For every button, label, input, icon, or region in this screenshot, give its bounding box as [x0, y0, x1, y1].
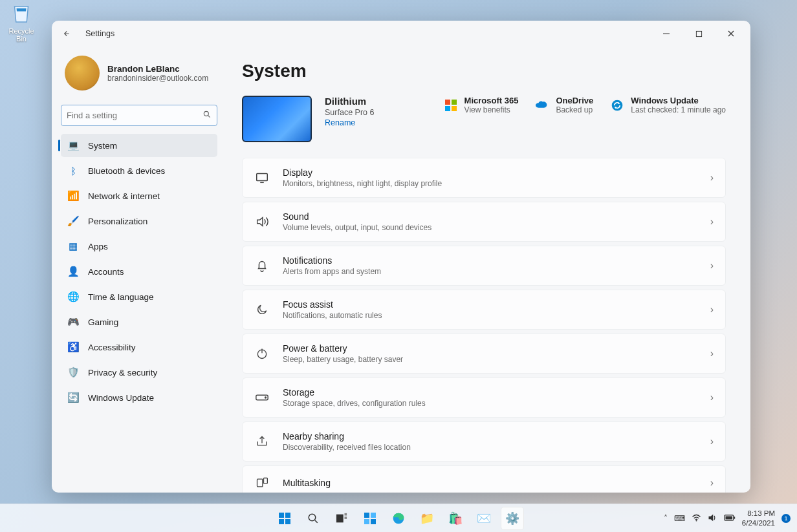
svg-point-13 — [309, 514, 316, 521]
sidebar-item-gaming[interactable]: 🎮Gaming — [61, 310, 217, 334]
update-icon: 🔄 — [67, 392, 79, 403]
sidebar-item-label: Network & internet — [88, 191, 160, 201]
status-sub: Backed up — [556, 105, 593, 114]
onedrive-icon — [535, 98, 549, 112]
maximize-button[interactable] — [684, 24, 713, 43]
chevron-right-icon: › — [710, 216, 714, 228]
apps-icon: ▦ — [67, 240, 79, 252]
tile-title: Power & battery — [283, 343, 697, 354]
widgets-icon — [364, 512, 377, 525]
desktop-recycle-bin[interactable]: Recycle Bin — [5, 3, 38, 43]
svg-rect-18 — [371, 513, 376, 518]
battery-icon[interactable] — [724, 514, 736, 523]
status-onedrive[interactable]: OneDriveBacked up — [535, 96, 593, 114]
tile-sub: Discoverability, received files location — [283, 443, 697, 452]
svg-point-6 — [265, 397, 267, 398]
search-button[interactable] — [301, 507, 325, 530]
device-thumbnail[interactable] — [242, 96, 312, 142]
storage-icon — [254, 390, 270, 405]
svg-rect-16 — [345, 516, 347, 519]
svg-rect-24 — [725, 516, 732, 519]
status-title: Microsoft 365 — [464, 96, 519, 105]
status-title: Windows Update — [631, 96, 726, 105]
tile-title: Nearby sharing — [283, 431, 697, 442]
chevron-right-icon: › — [710, 392, 714, 403]
chevron-right-icon: › — [710, 436, 714, 447]
bluetooth-icon: ᛒ — [67, 165, 79, 176]
edge-button[interactable] — [387, 507, 410, 530]
search-box[interactable] — [61, 105, 217, 126]
bell-icon — [254, 258, 270, 273]
sidebar-item-update[interactable]: 🔄Windows Update — [61, 386, 217, 409]
status-m365[interactable]: Microsoft 365View benefits — [444, 96, 519, 114]
sidebar-item-system[interactable]: 💻System — [61, 134, 217, 157]
tile-display[interactable]: DisplayMonitors, brightness, night light… — [242, 158, 726, 198]
sidebar-item-accessibility[interactable]: ♿Accessibility — [61, 335, 217, 359]
svg-rect-3 — [257, 174, 268, 181]
sidebar-item-privacy[interactable]: 🛡️Privacy & security — [61, 361, 217, 384]
tile-focus-assist[interactable]: Focus assistNotifications, automatic rul… — [242, 290, 726, 330]
tray-chevron-icon[interactable]: ˄ — [664, 514, 668, 523]
svg-rect-7 — [257, 479, 263, 487]
titlebar: Settings — [52, 21, 750, 47]
store-icon: 🛍️ — [448, 511, 463, 526]
svg-rect-14 — [336, 514, 344, 522]
profile-block[interactable]: Brandon LeBlanc brandoninsider@outlook.c… — [61, 52, 217, 102]
keyboard-icon[interactable]: ⌨ — [674, 514, 685, 523]
sidebar-item-label: Privacy & security — [88, 368, 157, 378]
tile-storage[interactable]: StorageStorage space, drives, configurat… — [242, 378, 726, 418]
task-view-button[interactable] — [330, 507, 353, 530]
main-content: System Dilithium Surface Pro 6 Rename Mi… — [226, 47, 750, 493]
tile-notifications[interactable]: NotificationsAlerts from apps and system… — [242, 246, 726, 286]
sidebar-item-label: Gaming — [88, 317, 118, 327]
sidebar-item-apps[interactable]: ▦Apps — [61, 235, 217, 258]
tile-sub: Notifications, automatic rules — [283, 311, 697, 320]
minimize-button[interactable] — [652, 24, 681, 43]
device-model: Surface Pro 6 — [325, 108, 374, 117]
close-icon — [727, 30, 735, 37]
widgets-button[interactable] — [358, 507, 382, 530]
sidebar-item-bluetooth[interactable]: ᛒBluetooth & devices — [61, 159, 217, 182]
display-icon — [254, 170, 270, 186]
svg-rect-0 — [696, 31, 701, 36]
network-icon: 📶 — [67, 190, 79, 202]
sidebar-item-label: Windows Update — [88, 393, 154, 403]
store-button[interactable]: 🛍️ — [444, 507, 467, 530]
sidebar-item-label: Accessibility — [88, 343, 136, 352]
gear-icon: ⚙️ — [505, 511, 519, 526]
tile-sound[interactable]: SoundVolume levels, output, input, sound… — [242, 202, 726, 242]
back-button[interactable] — [57, 25, 75, 43]
tile-nearby-sharing[interactable]: Nearby sharingDiscoverability, received … — [242, 421, 726, 462]
scroll-area[interactable]: Dilithium Surface Pro 6 Rename Microsoft… — [242, 96, 731, 493]
mail-button[interactable]: ✉️ — [472, 507, 496, 530]
svg-rect-17 — [364, 513, 369, 518]
sidebar-item-time[interactable]: 🌐Time & language — [61, 285, 217, 308]
profile-email: brandoninsider@outlook.com — [107, 74, 208, 83]
explorer-button[interactable]: 📁 — [415, 507, 439, 530]
volume-icon[interactable] — [708, 513, 717, 524]
wifi-icon[interactable] — [692, 514, 701, 523]
clock[interactable]: 8:13 PM 6/24/2021 — [742, 509, 775, 527]
windows-logo-icon — [278, 512, 291, 525]
search-input[interactable] — [67, 111, 202, 120]
sidebar-item-accounts[interactable]: 👤Accounts — [61, 260, 217, 283]
sidebar-item-network[interactable]: 📶Network & internet — [61, 184, 217, 207]
chevron-right-icon: › — [710, 260, 714, 271]
tile-sub: Storage space, drives, configuration rul… — [283, 399, 697, 408]
privacy-icon: 🛡️ — [67, 367, 79, 378]
settings-button[interactable]: ⚙️ — [501, 507, 524, 530]
sidebar-item-label: System — [88, 141, 117, 151]
tile-power[interactable]: Power & batterySleep, battery usage, bat… — [242, 334, 726, 374]
start-button[interactable] — [273, 507, 296, 530]
svg-point-22 — [695, 520, 697, 521]
tile-title: Notifications — [283, 255, 697, 266]
recycle-bin-icon — [10, 3, 33, 26]
sidebar-item-label: Personalization — [88, 217, 147, 226]
notification-badge[interactable]: 1 — [781, 514, 791, 523]
rename-link[interactable]: Rename — [325, 118, 374, 127]
sidebar-item-personalization[interactable]: 🖌️Personalization — [61, 209, 217, 233]
device-header: Dilithium Surface Pro 6 Rename Microsoft… — [242, 96, 726, 142]
tile-multitasking[interactable]: Multitasking › — [242, 465, 726, 493]
status-windows-update[interactable]: Windows UpdateLast checked: 1 minute ago — [610, 96, 726, 114]
close-button[interactable] — [717, 24, 745, 43]
